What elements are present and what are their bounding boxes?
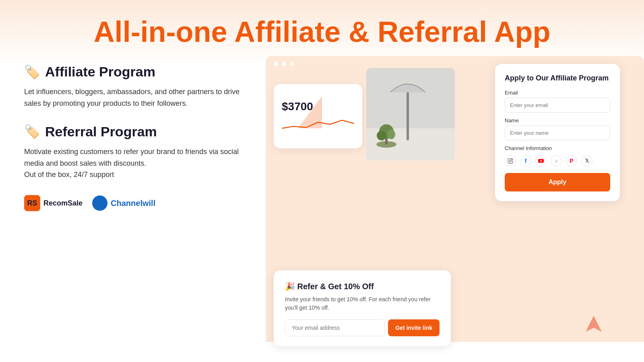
- page-title: All-in-one Affiliate & Referral App: [0, 16, 644, 48]
- triangle-decoration: [298, 96, 322, 128]
- apply-button[interactable]: Apply: [505, 173, 610, 191]
- svg-point-7: [387, 130, 395, 139]
- channel-info-label: Channel Information: [505, 145, 610, 151]
- svg-point-6: [377, 131, 386, 140]
- brand-row: RS RecomSale C Channelwill: [24, 195, 250, 211]
- affiliate-form-title: Apply to Our Affiliate Program: [505, 74, 610, 83]
- svg-marker-13: [586, 316, 602, 332]
- affiliate-title: Affiliate Program: [45, 64, 155, 80]
- youtube-icon[interactable]: [535, 155, 547, 167]
- svg-rect-8: [508, 158, 513, 163]
- referral-card: 🎉 Refer & Get 10% Off Invite your friend…: [274, 270, 451, 346]
- dot-2: [282, 62, 287, 66]
- referral-input-row: Get invite link: [285, 319, 440, 336]
- social-icons-row: f ♪ P 𝕏: [505, 155, 610, 167]
- product-image: [366, 68, 455, 160]
- dot-1: [274, 62, 279, 66]
- referral-description: Motivate existing customers to refer you…: [24, 146, 250, 181]
- page-header: All-in-one Affiliate & Referral App: [0, 0, 644, 60]
- lamp-illustration: [366, 68, 455, 160]
- affiliate-section-header: 🏷️ Affiliate Program: [24, 64, 250, 80]
- left-panel: 🏷️ Affiliate Program Let influencers, bl…: [24, 60, 250, 350]
- referral-section-header: 🏷️ Referral Program: [24, 124, 250, 140]
- twitter-icon[interactable]: 𝕏: [581, 155, 592, 167]
- name-field-label: Name: [505, 117, 610, 123]
- affiliate-description: Let influencers, bloggers, ambassadors, …: [24, 86, 250, 109]
- stats-card: $3700: [274, 84, 362, 148]
- svg-point-9: [510, 160, 512, 162]
- brand-recomsale: RS RecomSale: [24, 195, 83, 211]
- recomsale-logo: RS: [24, 195, 40, 211]
- dot-3: [290, 62, 295, 66]
- referral-icon: 🏷️: [24, 124, 40, 139]
- referral-card-description: Invite your friends to get 10% off. For …: [285, 295, 440, 312]
- brand-channelwill: C Channelwill: [92, 195, 155, 211]
- referral-card-title: 🎉 Refer & Get 10% Off: [285, 282, 440, 291]
- facebook-icon[interactable]: f: [520, 155, 531, 167]
- svg-rect-2: [407, 92, 409, 140]
- affiliate-form-card: Apply to Our Affiliate Program Email Nam…: [495, 64, 620, 201]
- instagram-icon[interactable]: [505, 155, 516, 167]
- right-panel: $3700: [266, 60, 620, 350]
- svg-point-10: [512, 159, 512, 160]
- affiliate-icon: 🏷️: [24, 64, 40, 80]
- channelwill-name: Channelwill: [111, 199, 155, 208]
- arrow-decoration: [584, 314, 604, 338]
- referral-title: Referral Program: [45, 124, 157, 140]
- affiliate-email-input[interactable]: [505, 98, 610, 113]
- recomsale-name: RecomSale: [43, 199, 83, 208]
- pinterest-icon[interactable]: P: [566, 155, 577, 167]
- email-field-label: Email: [505, 90, 610, 96]
- tiktok-icon[interactable]: ♪: [551, 155, 562, 167]
- referral-email-input[interactable]: [285, 319, 385, 336]
- affiliate-name-input[interactable]: [505, 125, 610, 140]
- channelwill-logo: C: [92, 195, 107, 211]
- get-invite-button[interactable]: Get invite link: [388, 319, 440, 336]
